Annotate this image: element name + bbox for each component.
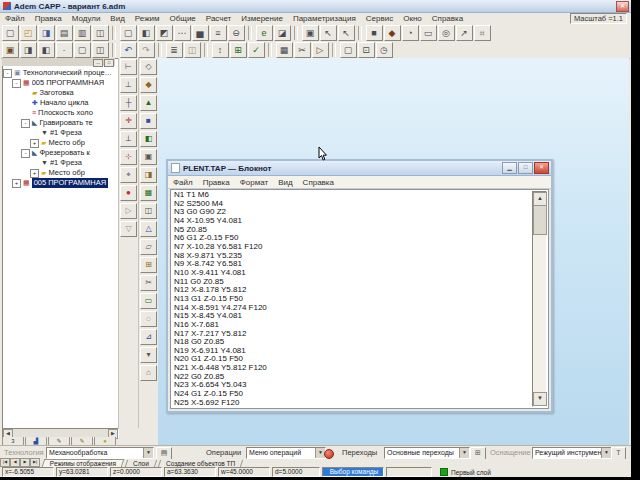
grid3d-icon[interactable]: ⊞ [140, 257, 157, 273]
print-icon[interactable]: ▤ [56, 25, 73, 41]
tree-item[interactable]: ▼ #1 Фреза [2, 128, 115, 138]
trim-icon[interactable]: ✂ [140, 275, 157, 291]
title-bar[interactable]: Adem CAPP - вариант 6.adm ✕ [0, 0, 631, 13]
grid-icon[interactable]: ⌗ [474, 25, 491, 41]
tree-item[interactable]: ≡ Плоскость холо [2, 108, 115, 118]
tree-item[interactable]: - ◣ Фрезеровать к [2, 148, 115, 158]
snap-cross-icon[interactable]: ✛ [120, 113, 137, 129]
notepad-title-bar[interactable]: PLENT.TAP — Блокнот ▁ □ ✕ [168, 161, 551, 176]
tree-expander-icon[interactable]: + [30, 169, 39, 178]
play-icon[interactable]: ▷ [120, 203, 137, 219]
frame-icon[interactable]: ▢ [74, 42, 91, 58]
paste-special-icon[interactable]: ◫ [184, 42, 201, 58]
home-icon[interactable]: ⌂ [140, 365, 157, 381]
scroll-up-icon[interactable]: ▲ [533, 192, 547, 206]
pick-add-icon[interactable]: ↖ [338, 25, 355, 41]
notepad-menu-item[interactable]: Вид [273, 178, 297, 187]
dim-horizontal-icon[interactable]: ⊢ [120, 59, 137, 75]
tree-expander-icon[interactable]: - [12, 79, 21, 88]
chevron-down-icon[interactable]: ▼ [143, 448, 153, 458]
technology-combo[interactable]: Механообработка▼ [46, 447, 154, 459]
equipment-combo[interactable]: Режущий инструмент▼ [532, 447, 612, 459]
tree-close-icon[interactable]: □ [104, 59, 114, 67]
mill-icon[interactable]: ◨ [140, 167, 157, 183]
chevron-down-icon[interactable]: ▼ [459, 448, 469, 458]
record-icon[interactable]: ● [120, 185, 137, 201]
menu-item[interactable]: Правка [30, 14, 67, 23]
tab-tp-objects[interactable]: Создание объектов ТП [158, 460, 244, 467]
notepad-minimize-button[interactable]: ▁ [502, 162, 517, 174]
toolbar-icon[interactable] [268, 43, 272, 57]
toolbar-icon[interactable] [112, 26, 116, 40]
tree-item[interactable]: ▰ Заготовка [2, 88, 115, 98]
tree-expander-icon[interactable]: - [21, 149, 30, 158]
save-set-icon[interactable]: ◧ [38, 42, 55, 58]
check-icon[interactable]: ✓ [248, 42, 265, 58]
scrollbar-thumb[interactable] [533, 205, 547, 235]
scroll-down-icon[interactable]: ▼ [533, 392, 547, 406]
open-icon[interactable]: ◰ [20, 25, 37, 41]
menu-item[interactable]: Общие [165, 14, 201, 23]
export-icon[interactable]: e [256, 25, 273, 41]
notepad-menu-item[interactable]: Правка [198, 178, 235, 187]
tab-next-icon[interactable]: ▶ [20, 458, 30, 467]
menu-item[interactable]: Справка [427, 14, 468, 23]
chevron-down-icon[interactable]: ▼ [601, 448, 611, 458]
numbered-list-icon[interactable]: ≣ [166, 42, 183, 58]
tree-item[interactable]: - ▦ 005 ПРОГРАММНАЯ [2, 78, 115, 88]
menu-item[interactable]: Расчет [201, 14, 236, 23]
tree-item[interactable]: ✚ Начало цикла [2, 98, 115, 108]
toolbar-icon[interactable] [332, 43, 336, 57]
dots-icon[interactable]: ⋯ [174, 25, 191, 41]
pair-icon[interactable]: ◫ [92, 42, 109, 58]
sheet-icon[interactable]: ▢ [120, 25, 137, 41]
transitions-combo[interactable]: Основные переходы▼ [384, 447, 470, 459]
notepad-text-area[interactable]: N1 T1 M6N2 S2500 M4N3 G0 G90 Z2N4 X-10.9… [170, 189, 549, 409]
tree-expander-icon[interactable]: + [12, 179, 21, 188]
menu-item[interactable]: Модули [67, 14, 106, 23]
database-icon[interactable]: ▣ [302, 25, 319, 41]
save-icon[interactable]: ◨ [38, 25, 55, 41]
cube-wire-icon[interactable]: ◇ [140, 59, 157, 75]
cross-icon[interactable]: ┼ [120, 95, 137, 111]
notepad-menu-item[interactable]: Формат [235, 178, 273, 187]
box-icon[interactable]: ■ [140, 113, 157, 129]
angle-icon[interactable]: ⊿ [140, 329, 157, 345]
import-sheet-icon[interactable]: ◪ [274, 25, 291, 41]
copy-sheet-icon[interactable]: ◫ [92, 25, 109, 41]
toolbar-icon[interactable] [248, 26, 252, 40]
dot-icon[interactable]: · [56, 42, 73, 58]
menu-item[interactable]: Вид [105, 14, 129, 23]
menu-item[interactable]: Сервис [361, 14, 398, 23]
disk-color-icon[interactable]: ◆ [384, 25, 401, 41]
tab-last-icon[interactable]: ▶| [30, 458, 40, 467]
dim-vertical-icon[interactable]: ⊥ [120, 77, 137, 93]
cascade-icon[interactable]: ◩ [156, 25, 173, 41]
window-split-icon[interactable]: ◧ [138, 25, 155, 41]
run-icon[interactable]: ▷ [312, 42, 329, 58]
plane-icon[interactable]: ▱ [140, 239, 157, 255]
notepad-maximize-button[interactable]: □ [518, 162, 533, 174]
menu-item[interactable]: Режим [130, 14, 165, 23]
cut-icon[interactable]: ✂ [294, 42, 311, 58]
tab-first-icon[interactable]: |◀ [0, 458, 10, 467]
toolbar-icon[interactable] [112, 43, 116, 57]
notepad-close-button[interactable]: ✕ [534, 162, 549, 174]
doc-icon[interactable]: ▢ [340, 42, 357, 58]
sort-icon[interactable]: ↕ [212, 42, 229, 58]
undo-icon[interactable]: ↶ [120, 42, 137, 58]
lens-icon[interactable]: ◎ [438, 25, 455, 41]
close-button[interactable]: ✕ [616, 1, 629, 12]
mesh-icon[interactable]: ▦ [140, 185, 157, 201]
target-icon[interactable]: ⌖ [120, 167, 137, 183]
disk-black-icon[interactable]: ■ [366, 25, 383, 41]
record-operation-icon[interactable] [324, 449, 334, 459]
menu-item[interactable]: Измерение [236, 14, 288, 23]
clock-icon[interactable]: ◔ [402, 25, 419, 41]
flag-icon[interactable]: ⊡ [358, 42, 375, 58]
toolbar-icon[interactable] [358, 26, 362, 40]
tree-item[interactable]: + ▦ 005 ПРОГРАММНАЯ [2, 178, 115, 188]
pick-icon[interactable]: ↖ [320, 25, 337, 41]
cube-solid-icon[interactable]: ◆ [140, 77, 157, 93]
half-box-icon[interactable]: ◧ [140, 131, 157, 147]
